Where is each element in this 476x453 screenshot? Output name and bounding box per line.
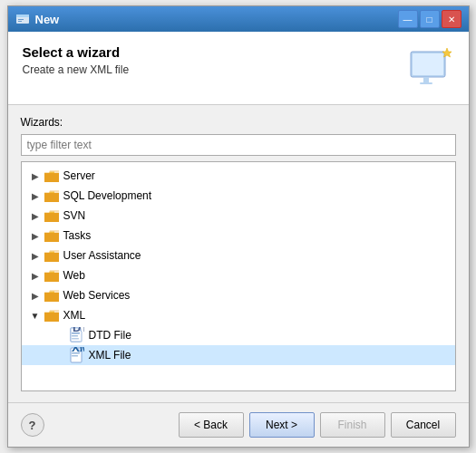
folder-icon-server xyxy=(44,169,60,182)
header-area: Select a wizard Create a new XML file xyxy=(8,32,469,105)
main-window: New — □ ✕ Select a wizard Create a new X… xyxy=(7,5,470,448)
svg-rect-1 xyxy=(16,14,29,17)
expand-arrow-svn: ▶ xyxy=(29,209,42,222)
expand-arrow-web: ▶ xyxy=(29,269,42,282)
folder-icon-user-assistance xyxy=(44,249,60,262)
window-icon xyxy=(15,12,30,26)
title-controls: — □ ✕ xyxy=(398,10,461,28)
tree-label-web-services: Web Services xyxy=(63,289,131,302)
tree-label-sql: SQL Development xyxy=(63,189,152,202)
tree-label-web: Web xyxy=(63,269,85,282)
tree-item-server[interactable]: ▶ Server xyxy=(22,166,455,186)
tree-item-svn[interactable]: ▶ SVN xyxy=(22,206,455,226)
content-area: Wizards: ▶ Server xyxy=(8,105,469,402)
tree-item-xml[interactable]: ▼ XML xyxy=(22,305,455,325)
window-title: New xyxy=(35,13,398,26)
svg-rect-16 xyxy=(72,355,78,357)
expand-arrow-user-assistance: ▶ xyxy=(29,249,42,262)
tree-item-dtd-file[interactable]: DTD DTD File xyxy=(22,325,455,345)
expand-arrow-server: ▶ xyxy=(29,169,42,182)
file-icon-xml: XML xyxy=(69,348,85,362)
cancel-button[interactable]: Cancel xyxy=(391,412,456,438)
tree-label-xml-file: XML File xyxy=(89,349,131,361)
tree-label-user-assistance: User Assistance xyxy=(63,249,141,262)
tree-label-svn: SVN xyxy=(63,209,86,222)
folder-icon-svn xyxy=(44,209,60,222)
maximize-button[interactable]: □ xyxy=(420,10,440,28)
svg-rect-3 xyxy=(18,21,22,22)
expand-arrow-sql: ▶ xyxy=(29,189,42,202)
tree-label-server: Server xyxy=(63,169,95,182)
tree-item-user-assistance[interactable]: ▶ User Assistance xyxy=(22,246,455,265)
finish-button[interactable]: Finish xyxy=(320,412,385,438)
help-button[interactable]: ? xyxy=(21,413,44,437)
title-bar: New — □ ✕ xyxy=(8,6,469,32)
header-text: Select a wizard Create a new XML file xyxy=(23,44,130,76)
svg-rect-6 xyxy=(423,77,429,82)
svg-text:DTD: DTD xyxy=(73,327,84,334)
expand-arrow-web-services: ▶ xyxy=(29,289,42,302)
svg-rect-12 xyxy=(72,338,79,340)
page-title: Select a wizard xyxy=(23,44,130,60)
wizard-icon xyxy=(407,44,454,92)
tree-container: ▶ Server ▶ xyxy=(21,161,456,391)
svg-rect-2 xyxy=(18,19,24,20)
folder-icon-tasks xyxy=(44,229,60,242)
svg-rect-7 xyxy=(420,82,432,84)
expand-arrow-xml: ▼ xyxy=(29,309,42,322)
folder-icon-sql xyxy=(44,189,60,202)
tree-label-tasks: Tasks xyxy=(63,229,92,242)
action-buttons: < Back Next > Finish Cancel xyxy=(179,412,456,438)
bottom-bar: ? < Back Next > Finish Cancel xyxy=(8,402,469,447)
svg-rect-5 xyxy=(413,53,443,75)
wizards-label: Wizards: xyxy=(21,116,456,129)
next-button[interactable]: Next > xyxy=(249,412,315,438)
svg-text:XML: XML xyxy=(72,347,84,354)
expand-arrow-tasks: ▶ xyxy=(29,229,42,242)
file-icon-dtd: DTD xyxy=(69,328,85,342)
tree-scroll[interactable]: ▶ Server ▶ xyxy=(22,162,455,390)
tree-item-xml-file[interactable]: XML XML File xyxy=(22,345,455,365)
tree-item-web[interactable]: ▶ Web xyxy=(22,265,455,285)
folder-icon-web-services xyxy=(44,289,60,302)
back-button[interactable]: < Back xyxy=(179,412,244,438)
minimize-button[interactable]: — xyxy=(398,10,418,28)
filter-input[interactable] xyxy=(21,134,456,156)
folder-icon-web xyxy=(44,269,60,282)
svg-rect-11 xyxy=(72,335,78,337)
tree-label-dtd-file: DTD File xyxy=(89,329,131,342)
close-button[interactable]: ✕ xyxy=(442,10,461,28)
tree-item-tasks[interactable]: ▶ Tasks xyxy=(22,226,455,246)
page-subtitle: Create a new XML file xyxy=(23,63,130,76)
tree-item-web-services[interactable]: ▶ Web Services xyxy=(22,285,455,305)
tree-label-xml: XML xyxy=(63,309,86,322)
tree-item-sql[interactable]: ▶ SQL Development xyxy=(22,186,455,206)
folder-icon-xml xyxy=(44,309,60,322)
